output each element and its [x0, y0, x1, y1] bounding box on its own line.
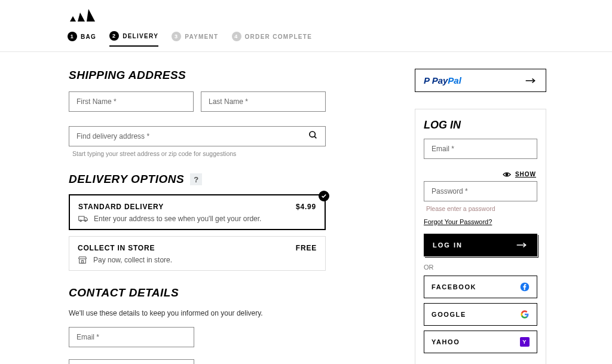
sso-facebook[interactable]: FACEBOOK	[424, 276, 537, 298]
contact-email-field[interactable]	[69, 327, 194, 347]
show-password[interactable]: SHOW	[424, 171, 536, 178]
sso-google[interactable]: GOOGLE	[424, 303, 537, 326]
svg-point-8	[506, 173, 508, 176]
google-icon	[520, 310, 530, 319]
contact-details: CONTACT DETAILS We'll use these details …	[69, 286, 326, 364]
svg-line-1	[314, 136, 316, 138]
facebook-icon	[520, 282, 530, 292]
svg-point-4	[85, 220, 87, 222]
or-divider: OR	[424, 264, 537, 271]
yahoo-icon: Y	[520, 337, 530, 347]
help-icon[interactable]: ?	[190, 173, 202, 185]
step-payment: 3 PAYMENT	[172, 31, 218, 47]
first-name-field[interactable]	[69, 91, 194, 112]
password-error: Please enter a password	[426, 205, 537, 212]
option-standard[interactable]: STANDARD DELIVERY $4.99 Enter your addre…	[69, 194, 326, 230]
check-icon	[319, 191, 329, 201]
svg-rect-6	[82, 261, 84, 264]
shipping-address: SHIPPING ADDRESS Start typing your stree…	[69, 69, 326, 157]
arrow-right-icon	[515, 242, 528, 248]
login-email-field[interactable]	[424, 139, 537, 159]
svg-rect-5	[79, 259, 86, 263]
adidas-logo[interactable]	[69, 7, 612, 24]
svg-point-0	[310, 131, 315, 137]
step-delivery[interactable]: 2 DELIVERY	[109, 31, 158, 47]
login-password-field[interactable]	[424, 181, 537, 201]
address-hint: Start typing your street address or zip …	[72, 150, 326, 157]
step-bag[interactable]: 1 BAG	[68, 31, 96, 47]
login-card: LOG IN SHOW Please enter a password Forg…	[415, 109, 546, 364]
option-collect[interactable]: COLLECT IN STORE FREE Pay now, collect i…	[69, 236, 326, 271]
truck-icon	[78, 215, 88, 222]
paypal-button[interactable]: P PayPal	[415, 69, 546, 92]
address-field[interactable]	[69, 126, 326, 146]
delivery-options: DELIVERY OPTIONS ? STANDARD DELIVERY $4.…	[69, 173, 326, 271]
svg-point-3	[80, 220, 82, 222]
login-title: LOG IN	[424, 119, 537, 131]
forgot-password-link[interactable]: Forgot Your Password?	[424, 218, 537, 225]
contact-title: CONTACT DETAILS	[69, 286, 326, 299]
last-name-field[interactable]	[201, 91, 326, 112]
store-icon	[78, 256, 87, 264]
checkout-stepper: 1 BAG 2 DELIVERY 3 PAYMENT 4 ORDER COMPL…	[0, 24, 612, 52]
step-complete: 4 ORDER COMPLETE	[232, 31, 313, 47]
sso-yahoo[interactable]: YAHOO Y	[424, 331, 537, 353]
contact-phone-field[interactable]	[69, 359, 194, 364]
shipping-title: SHIPPING ADDRESS	[69, 69, 326, 82]
arrow-right-icon	[524, 78, 537, 84]
svg-rect-2	[79, 216, 84, 221]
login-button[interactable]: LOG IN	[424, 234, 537, 256]
delivery-title: DELIVERY OPTIONS	[69, 173, 184, 186]
search-icon[interactable]	[308, 130, 318, 142]
svg-text:Y: Y	[522, 339, 527, 345]
eye-icon	[502, 172, 512, 178]
